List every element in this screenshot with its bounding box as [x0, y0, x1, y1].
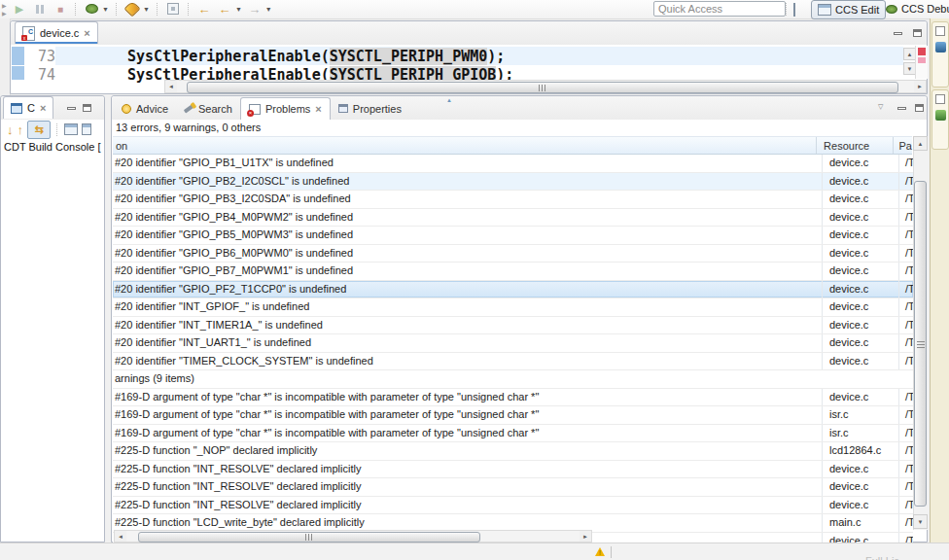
restore-view-icon[interactable]	[935, 94, 945, 104]
table-row[interactable]: #20 identifier "GPIO_PB5_M0PWM3" is unde…	[113, 227, 913, 245]
ccs-edit-icon	[818, 4, 831, 16]
view-menu-icon[interactable]: ▽	[878, 103, 883, 111]
perspective-ccs-edit-button[interactable]: CCS Edit	[811, 0, 886, 19]
tab-properties[interactable]: Properties	[331, 97, 409, 120]
back-icon[interactable]: ←	[217, 1, 232, 17]
quick-access-input[interactable]	[653, 1, 786, 17]
perspective-ccs-debug-button[interactable]: CCS Debug	[880, 0, 949, 18]
table-row[interactable]: #20 identifier "INT_TIMER1A_" is undefin…	[113, 317, 913, 335]
scroll-right-icon[interactable]: ►	[914, 81, 926, 92]
open-console-icon[interactable]	[82, 123, 91, 135]
table-row[interactable]: #169-D argument of type "char *" is inco…	[113, 406, 913, 425]
tab-search[interactable]: Search	[176, 97, 240, 120]
restore-view-chevron-icon[interactable]: ▶	[2, 10, 7, 17]
cell-resource: device.c	[823, 353, 899, 370]
editor-tab-device-c[interactable]: Cx device.c ×	[15, 21, 98, 44]
cell-path: /TI	[899, 353, 913, 370]
maximize-icon[interactable]	[83, 104, 91, 112]
horizontal-scrollbar[interactable]: ◄ ►	[114, 530, 592, 542]
maximize-icon[interactable]	[915, 104, 924, 112]
scrollbar-thumb[interactable]	[914, 181, 927, 507]
error-marker[interactable]	[918, 48, 926, 55]
column-path[interactable]: Pa	[894, 137, 912, 154]
debug-dropdown-icon[interactable]: ▼	[102, 6, 109, 13]
column-description[interactable]: on	[113, 137, 817, 154]
tab-problems[interactable]: Problems ×	[240, 97, 331, 120]
cell-path: /TI	[899, 334, 913, 352]
scroll-left-icon[interactable]: ◄	[115, 531, 126, 542]
console-title-text: CDT Build Console [	[4, 141, 103, 153]
minimize-icon[interactable]	[897, 107, 906, 110]
scroll-right-icon[interactable]: ►	[580, 531, 591, 542]
table-row[interactable]: #169-D argument of type "char *" is inco…	[113, 389, 913, 407]
ccs-edit-label: CCS Edit	[835, 4, 879, 16]
column-resource[interactable]: Resource	[817, 137, 893, 154]
forward-dropdown-icon[interactable]: ▼	[265, 6, 272, 13]
code-line-73[interactable]: SysCtlPeripheralEnable(SYSCTL_PERIPH_PWM…	[127, 48, 505, 65]
minimize-icon[interactable]	[894, 32, 902, 35]
scrollbar-thumb[interactable]	[138, 532, 480, 542]
table-row[interactable]: #20 identifier "INT_UART1_" is undefined…	[113, 334, 913, 353]
table-row[interactable]: #20 identifier "GPIO_PB4_M0PWM2" is unde…	[113, 209, 913, 228]
scrollbar-thumb[interactable]	[187, 82, 898, 93]
toolbar-separator	[188, 3, 190, 16]
terminate-icon[interactable]: ■	[53, 1, 68, 17]
table-row[interactable]: #20 identifier "GPIO_PB6_M0PWM0" is unde…	[113, 245, 913, 263]
close-icon[interactable]: ×	[40, 102, 46, 114]
editor-horizontal-scrollbar[interactable]: ◄ ►	[164, 80, 927, 93]
restore-view-chevron-icon[interactable]: ▶	[2, 2, 7, 9]
table-row[interactable]: #20 identifier "GPIO_PB2_I2C0SCL" is und…	[113, 173, 913, 192]
cell-path: /TI	[899, 514, 913, 532]
close-icon[interactable]: ×	[315, 103, 321, 115]
problems-summary: 13 errors, 9 warnings, 0 others	[116, 122, 261, 133]
table-row[interactable]: #20 identifier "GPIO_PB1_U1TX" is undefi…	[113, 155, 913, 173]
console-tab[interactable]: C ×	[3, 96, 53, 119]
scroll-up-icon[interactable]: ▲	[913, 136, 928, 151]
view-icon[interactable]	[935, 110, 946, 121]
scroll-lock-up-icon[interactable]: ↑	[18, 122, 24, 137]
last-edit-location-icon[interactable]: ←	[196, 1, 212, 17]
display-console-icon[interactable]	[64, 123, 78, 135]
minimize-icon[interactable]	[67, 107, 76, 110]
back-dropdown-icon[interactable]: ▼	[235, 6, 242, 13]
step-return-icon[interactable]	[165, 1, 181, 17]
table-row[interactable]: arnings (9 items)	[113, 370, 913, 389]
pin-console-icon[interactable]: ⇆	[27, 121, 51, 139]
view-icon[interactable]	[935, 42, 946, 52]
cell-resource: device.c	[823, 227, 899, 244]
debug-icon[interactable]	[84, 1, 99, 17]
scroll-down-icon[interactable]: ▼	[913, 514, 928, 529]
sort-ascending-icon: ▲	[446, 97, 452, 103]
console-icon	[11, 103, 22, 114]
suspend-icon[interactable]	[32, 1, 48, 17]
maximize-icon[interactable]	[913, 29, 922, 37]
flash-icon[interactable]	[124, 1, 140, 17]
occurrence-highlight: SYSCTL_PERIPH_PWM0	[330, 48, 488, 65]
table-row[interactable]: #225-D function "INT_RESOLVE" declared i…	[113, 461, 913, 479]
table-row[interactable]: #169-D argument of type "char *" is inco…	[113, 425, 913, 443]
table-row[interactable]: #20 identifier "GPIO_PB7_M0PWM1" is unde…	[113, 262, 913, 281]
error-marker[interactable]	[918, 57, 926, 63]
table-row[interactable]: #20 identifier "INT_GPIOF_" is undefined…	[113, 298, 913, 317]
restore-view-icon[interactable]	[935, 26, 945, 36]
flash-dropdown-icon[interactable]: ▼	[143, 6, 150, 13]
scroll-left-icon[interactable]: ◄	[165, 81, 177, 92]
scroll-lock-down-icon[interactable]: ↓	[7, 122, 14, 137]
cell-description: #225-D function "INT_RESOLVE" declared i…	[113, 478, 823, 496]
resume-icon[interactable]: ▶	[12, 1, 27, 17]
code-text: SysCtlPeripheralEnable(	[127, 48, 330, 65]
tab-advice[interactable]: Advice	[114, 97, 176, 120]
cell-path: /TI	[899, 442, 913, 460]
table-row[interactable]: #225-D function "INT_RESOLVE" declared i…	[113, 497, 913, 515]
table-row[interactable]: #20 identifier "GPIO_PB3_I2C0SDA" is und…	[113, 191, 913, 209]
toolbar-separator	[56, 123, 58, 136]
cell-description: #169-D argument of type "char *" is inco…	[113, 389, 823, 406]
close-icon[interactable]: ×	[84, 27, 89, 39]
table-row[interactable]: #20 identifier "TIMER_CLOCK_SYSTEM" is u…	[113, 353, 913, 371]
open-perspective-icon[interactable]	[793, 3, 795, 17]
table-row[interactable]: #225-D function "_NOP" declared implicit…	[113, 442, 913, 461]
table-row[interactable]: #225-D function "INT_RESOLVE" declared i…	[113, 478, 913, 497]
forward-icon[interactable]: →	[247, 1, 263, 17]
cell-description: #20 identifier "INT_UART1_" is undefined	[113, 334, 823, 352]
table-row[interactable]: #20 identifier "GPIO_PF2_T1CCP0" is unde…	[113, 281, 913, 299]
